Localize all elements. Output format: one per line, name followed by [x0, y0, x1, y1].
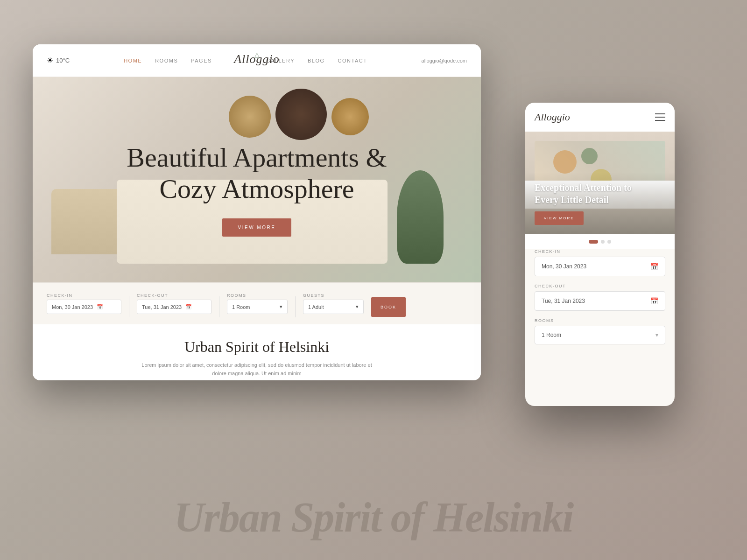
content-section: Urban Spirit of Helsinki Lorem ipsum dol… — [33, 324, 481, 380]
mobile-calendar-icon-checkout: 📅 — [650, 297, 658, 305]
mobile-checkin-field: CHECK-IN Mon, 30 Jan 2023 📅 — [535, 249, 665, 276]
slider-dot-2[interactable] — [601, 240, 605, 244]
mobile-hero-title: Exceptional Attention to Every Little De… — [535, 182, 665, 206]
hero-title-line1: Beautiful Apartments & — [127, 142, 387, 173]
mobile-checkout-field: CHECK-OUT Tue, 31 Jan 2023 📅 — [535, 284, 665, 311]
nav-link-pages[interactable]: PAGES — [191, 58, 212, 63]
hamburger-line-2 — [655, 117, 665, 118]
mobile-rooms-chevron-icon: ▾ — [655, 332, 658, 338]
mobile-rooms-field: ROOMS 1 Room ▾ — [535, 318, 665, 344]
mobile-calendar-icon-checkin: 📅 — [650, 263, 658, 270]
background-text: Urban Spirit of Helsinki — [174, 493, 573, 541]
nav-email: alloggio@qode.com — [422, 58, 467, 63]
nav-link-blog[interactable]: BLOG — [308, 58, 325, 63]
rooms-field: ROOMS 1 Room ▾ — [227, 293, 288, 314]
mobile-title-line1: Exceptional Attention to — [535, 182, 632, 193]
checkin-value: Mon, 30 Jan 2023 — [52, 304, 93, 310]
desktop-navbar: ☀ 10°C HOME ROOMS PAGES △ Alloggio GALLE… — [33, 44, 481, 77]
slider-dots-container — [525, 234, 675, 249]
art-blob-2 — [581, 148, 598, 164]
guests-chevron-icon: ▾ — [356, 304, 359, 310]
mobile-checkin-value: Mon, 30 Jan 2023 — [542, 263, 586, 270]
guests-field: GUESTS 1 Adult ▾ — [303, 293, 364, 314]
mobile-checkout-input[interactable]: Tue, 31 Jan 2023 📅 — [535, 291, 665, 311]
rooms-select[interactable]: 1 Room ▾ — [227, 300, 288, 314]
guests-value: 1 Adult — [308, 304, 324, 310]
guests-select[interactable]: 1 Adult ▾ — [303, 300, 364, 314]
mobile-checkin-input[interactable]: Mon, 30 Jan 2023 📅 — [535, 257, 665, 276]
nav-link-rooms[interactable]: ROOMS — [155, 58, 178, 63]
slider-dot-3[interactable] — [607, 240, 611, 244]
nav-weather: ☀ 10°C — [47, 56, 70, 65]
rooms-label: ROOMS — [227, 293, 288, 298]
book-button[interactable]: BOOK — [371, 297, 406, 317]
mobile-hero-cta-button[interactable]: VIEW MORE — [535, 211, 584, 225]
mobile-checkout-value: Tue, 31 Jan 2023 — [542, 298, 585, 304]
divider-2 — [219, 296, 219, 317]
checkin-field: CHECK-IN Mon, 30 Jan 2023 📅 — [47, 293, 121, 314]
weather-icon: ☀ — [47, 56, 53, 65]
checkin-label: CHECK-IN — [47, 293, 121, 298]
hamburger-menu[interactable] — [655, 113, 665, 121]
art-blob-1 — [553, 150, 577, 174]
nav-links-right-group: GALLERY BLOG CONTACT — [266, 58, 367, 63]
mobile-checkout-label: CHECK-OUT — [535, 284, 665, 288]
calendar-icon-checkin: 📅 — [97, 304, 103, 310]
temperature-display: 10°C — [56, 57, 70, 64]
mobile-checkin-label: CHECK-IN — [535, 249, 665, 254]
desktop-logo-container: △ Alloggio — [234, 55, 280, 66]
desktop-browser-window: ☀ 10°C HOME ROOMS PAGES △ Alloggio GALLE… — [33, 44, 481, 380]
mobile-booking-section: CHECK-IN Mon, 30 Jan 2023 📅 CHECK-OUT Tu… — [525, 249, 675, 361]
mobile-title-line2: Every Little Detail — [535, 195, 609, 205]
mobile-hero-content: Exceptional Attention to Every Little De… — [525, 172, 675, 234]
mobile-rooms-value: 1 Room — [542, 332, 561, 338]
hero-title: Beautiful Apartments & Cozy Atmosphere — [33, 142, 481, 204]
checkout-label: CHECK-OUT — [137, 293, 211, 298]
checkout-value: Tue, 31 Jan 2023 — [142, 304, 182, 310]
hero-cta-button[interactable]: VIEW MORE — [222, 218, 292, 237]
section-title: Urban Spirit of Helsinki — [47, 338, 467, 356]
slider-dot-1[interactable] — [589, 240, 598, 244]
hero-title-line2: Cozy Atmosphere — [159, 174, 354, 204]
checkout-field: CHECK-OUT Tue, 31 Jan 2023 📅 — [137, 293, 211, 314]
rooms-chevron-icon: ▾ — [280, 304, 282, 310]
hamburger-line-3 — [655, 120, 665, 121]
hero-section: Beautiful Apartments & Cozy Atmosphere V… — [33, 77, 481, 282]
mobile-rooms-select[interactable]: 1 Room ▾ — [535, 326, 665, 344]
hamburger-line-1 — [655, 113, 665, 114]
mobile-rooms-label: ROOMS — [535, 318, 665, 323]
nav-link-contact[interactable]: CONTACT — [338, 58, 367, 63]
divider-3 — [295, 296, 296, 317]
booking-bar: CHECK-IN Mon, 30 Jan 2023 📅 CHECK-OUT Tu… — [33, 282, 481, 324]
nav-links-group: HOME ROOMS PAGES — [124, 58, 212, 63]
divider-1 — [129, 296, 129, 317]
mobile-logo[interactable]: Alloggio — [535, 111, 570, 123]
guests-label: GUESTS — [303, 293, 364, 298]
desktop-logo[interactable]: Alloggio — [234, 52, 280, 66]
mobile-browser-window: Alloggio Exceptional Attention to Every … — [525, 103, 675, 406]
hero-text-block: Beautiful Apartments & Cozy Atmosphere V… — [33, 77, 481, 237]
checkin-input[interactable]: Mon, 30 Jan 2023 📅 — [47, 300, 121, 314]
mobile-navbar: Alloggio — [525, 103, 675, 132]
mobile-hero-section: Exceptional Attention to Every Little De… — [525, 132, 675, 234]
nav-link-home[interactable]: HOME — [124, 58, 142, 63]
calendar-icon-checkout: 📅 — [185, 304, 192, 310]
section-description: Lorem ipsum dolor sit amet, consectetur … — [135, 361, 378, 378]
rooms-value: 1 Room — [232, 304, 250, 310]
checkout-input[interactable]: Tue, 31 Jan 2023 📅 — [137, 300, 211, 314]
